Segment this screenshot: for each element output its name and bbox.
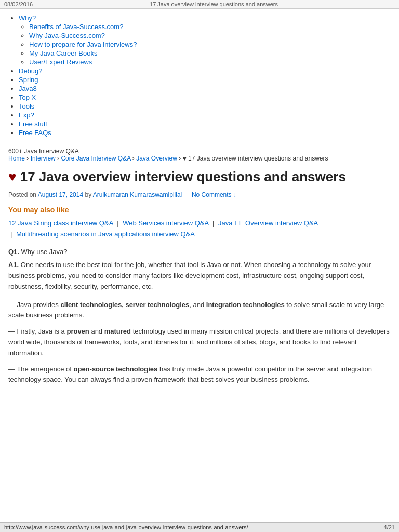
q1-label: Q1.: [8, 248, 19, 256]
nav-item-java8: Java8: [19, 85, 391, 92]
paragraph-technologies: — Java provides client technologies, ser…: [8, 300, 391, 322]
nav-subitem-reviews: User/Expert Reviews: [29, 58, 391, 66]
nav-sublink-books[interactable]: My Java Career Books: [29, 49, 98, 57]
a1-label: A1.: [8, 261, 19, 269]
posted-on-label: Posted on: [8, 191, 36, 198]
breadcrumb-home[interactable]: Home: [8, 155, 25, 162]
nav-link-exp[interactable]: Exp?: [19, 111, 34, 119]
answer-1: A1. One needs to use the best tool for t…: [8, 260, 391, 292]
article-date-link[interactable]: August 17, 2014: [38, 191, 83, 198]
nav-list-secondary: Debug? Spring Java8 Top X Tools Exp? Fre…: [19, 67, 391, 137]
nav-link-tools[interactable]: Tools: [19, 102, 34, 110]
article-title-text: 17 Java overview interview questions and…: [20, 169, 346, 184]
bold-client-server: client technologies, server technologies: [60, 301, 189, 309]
nav-subitem-prepare: How to prepare for Java interviews?: [29, 41, 391, 48]
related-links: 12 Java String class interview Q&A | Web…: [8, 218, 391, 240]
nav-list: Why? Benefits of Java-Success.com? Why J…: [19, 14, 391, 66]
related-link-2[interactable]: Web Services interview Q&A: [123, 219, 208, 227]
author-link[interactable]: Arulkumaran Kumaraswamipillai: [93, 191, 182, 198]
breadcrumb-prefix: 600+ Java Interview Q&A: [8, 148, 79, 155]
breadcrumb-java-overview[interactable]: Java Overview: [136, 155, 177, 162]
dash-1: — Java provides: [8, 301, 60, 309]
bold-matured: matured: [104, 327, 131, 335]
by-label: by: [85, 191, 92, 198]
nav-link-freefaqs[interactable]: Free FAQs: [19, 129, 51, 137]
related-link-1[interactable]: 12 Java String class interview Q&A: [8, 219, 113, 227]
question-1: Q1. Why use Java?: [8, 247, 391, 258]
nav-sublist-why: Benefits of Java-Success.com? Why Java-S…: [29, 23, 391, 66]
nav-link-why[interactable]: Why?: [19, 14, 36, 22]
bold-proven: proven: [66, 327, 89, 335]
and-text: , and: [189, 301, 206, 309]
heart-icon: ♥: [8, 169, 16, 184]
nav-item-topx: Top X: [19, 94, 391, 101]
comments-link[interactable]: No Comments ↓: [192, 191, 236, 198]
article-title: ♥ 17 Java overview interview questions a…: [8, 168, 391, 186]
nav-link-freestuff[interactable]: Free stuff: [19, 120, 47, 128]
nav-link-java8[interactable]: Java8: [19, 85, 37, 92]
dash-3: — The emergence of: [8, 365, 74, 373]
nav-item-freefaqs: Free FAQs: [19, 129, 391, 137]
top-bar: 08/02/2016 17 Java overview interview qu…: [0, 0, 399, 9]
nav-link-debug[interactable]: Debug?: [19, 67, 43, 75]
paragraph-opensource: — The emergence of open-source technolog…: [8, 364, 391, 386]
paragraph-proven: — Firstly, Java is a proven and matured …: [8, 326, 391, 358]
nav-subitem-books: My Java Career Books: [29, 49, 391, 57]
nav-item-spring: Spring: [19, 76, 391, 84]
top-bar-date: 08/02/2016: [4, 1, 33, 7]
nav-sublink-prepare[interactable]: How to prepare for Java interviews?: [29, 41, 137, 48]
nav-item-debug: Debug?: [19, 67, 391, 75]
nav-item-tools: Tools: [19, 102, 391, 110]
nav-sublink-reviews[interactable]: User/Expert Reviews: [29, 58, 92, 66]
nav-divider: [8, 142, 391, 142]
bold-opensource: open-source technologies: [74, 365, 158, 373]
nav-subitem-why-js: Why Java-Success.com?: [29, 32, 391, 39]
main-nav: Why? Benefits of Java-Success.com? Why J…: [8, 14, 391, 137]
a1-text: One needs to use the best tool for the j…: [8, 261, 371, 290]
posted-on: Posted on August 17, 2014 by Arulkumaran…: [8, 191, 391, 198]
nav-item-freestuff: Free stuff: [19, 120, 391, 128]
nav-sublink-benefits[interactable]: Benefits of Java-Success.com?: [29, 23, 123, 31]
dash-2: — Firstly, Java is a: [8, 327, 66, 335]
nav-item-why: Why? Benefits of Java-Success.com? Why J…: [19, 14, 391, 66]
nav-subitem-benefits: Benefits of Java-Success.com?: [29, 23, 391, 31]
nav-sublink-why-js[interactable]: Why Java-Success.com?: [29, 32, 105, 39]
qa-section: Q1. Why use Java? A1. One needs to use t…: [8, 247, 391, 385]
qa-block-1: Q1. Why use Java? A1. One needs to use t…: [8, 247, 391, 292]
page-content: Why? Benefits of Java-Success.com? Why J…: [0, 9, 399, 411]
dash-separator: —: [184, 191, 192, 198]
bold-integration: integration technologies: [206, 301, 285, 309]
breadcrumb-core-java[interactable]: Core Java Interview Q&A: [61, 155, 130, 162]
related-link-4[interactable]: Multithreading scenarios in Java applica…: [16, 230, 195, 238]
breadcrumb-current: ♥ 17 Java overview interview questions a…: [183, 155, 328, 162]
nav-item-exp: Exp?: [19, 111, 391, 119]
related-link-3[interactable]: Java EE Overview interview Q&A: [218, 219, 318, 227]
nav-link-spring[interactable]: Spring: [19, 76, 38, 84]
nav-link-topx[interactable]: Top X: [19, 94, 36, 101]
you-may-also-like-heading: You may also like: [8, 206, 391, 214]
top-bar-title: 17 Java overview interview questions and…: [150, 1, 278, 7]
breadcrumb: 600+ Java Interview Q&A Home › Interview…: [8, 148, 391, 162]
breadcrumb-interview[interactable]: Interview: [31, 155, 56, 162]
q1-text: Why use Java?: [21, 248, 68, 256]
